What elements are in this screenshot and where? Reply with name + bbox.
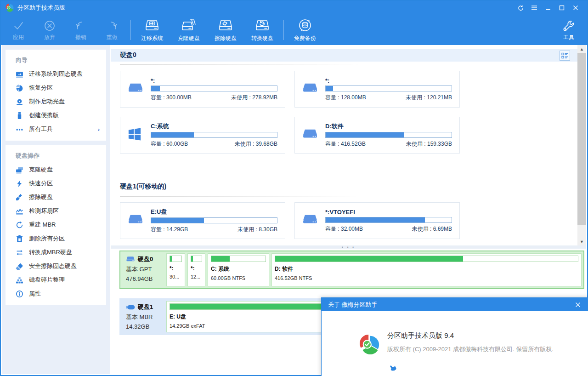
sidebar-item-create-portable[interactable]: 创建便携版: [6, 108, 106, 122]
usb-drive-icon: [16, 112, 23, 120]
disk0-meta: 基本 GPT: [126, 265, 166, 273]
disk0-cards: *: 容量 : 300.00MB 未使用 : 278.92MB *: 容量 : …: [111, 65, 577, 154]
free-backup-button[interactable]: 免费备份: [287, 16, 323, 44]
partition-name: *:VTOYEFI: [325, 209, 452, 216]
sidebar-item-all-tools[interactable]: 所有工具 ›: [6, 122, 106, 136]
partition-block-c[interactable]: C: 系统 60.00GB NTFS: [208, 253, 269, 286]
wipe-disk-button[interactable]: 擦除硬盘: [207, 16, 244, 44]
discard-button[interactable]: 放弃: [34, 16, 65, 44]
sidebar-item-disk-defrag[interactable]: 磁盘碎片整理: [6, 273, 106, 287]
convert-disk-button[interactable]: 转换硬盘: [244, 16, 281, 44]
usage-bar: [325, 132, 452, 138]
about-dialog-title: 关于 傲梅分区助手: [328, 301, 378, 309]
chevron-right-icon: ›: [98, 126, 100, 133]
bad-sector-test-icon: [16, 207, 23, 215]
info-icon: [16, 290, 23, 298]
unused-text: 未使用 : 8.30GB: [237, 226, 277, 234]
usb-stick-icon: [126, 304, 135, 310]
partition-card-panel: 硬盘0 *: 容量 : 300.00MB 未使用 : 278.92MB: [111, 45, 577, 245]
capacity-text: 容量 : 416.52GB: [325, 140, 366, 148]
maximize-button[interactable]: [555, 2, 569, 13]
convert-arrows-icon: [16, 249, 23, 256]
drive-icon: [128, 213, 144, 228]
more-dots-icon: [16, 125, 23, 133]
unused-text: 未使用 : 159.33GB: [406, 140, 452, 148]
capacity-text: 容量 : 32.00MB: [325, 225, 363, 233]
trash-icon: [16, 235, 23, 243]
sidebar-item-make-bootable-media[interactable]: 制作启动光盘: [6, 95, 106, 108]
sidebar-item-recover-partition[interactable]: 恢复分区: [6, 81, 106, 95]
toolbar-separator: [130, 20, 131, 40]
disk1-meta: 基本 MBR: [126, 313, 166, 321]
capacity-text: 容量 : 60.00GB: [151, 140, 188, 148]
minimize-button[interactable]: [541, 2, 555, 13]
disk0-row[interactable]: 硬盘0 基本 GPT 476.94GB *: 30... *: 12...: [119, 251, 584, 289]
sidebar-item-properties[interactable]: 属性: [6, 287, 106, 301]
broom-icon: [16, 194, 23, 201]
partition-card[interactable]: *: 容量 : 300.00MB 未使用 : 278.92MB: [120, 71, 285, 108]
sidebar-item-quick-partition[interactable]: 快速分区: [6, 177, 106, 190]
sidebar: 向导 迁移系统到固态硬盘 恢复分区 制作启动光盘 创建便携版 所有工具 ›: [2, 45, 110, 374]
drive-icon: [302, 128, 319, 142]
redo-button[interactable]: 重做: [96, 16, 128, 44]
drive-icon: [302, 82, 319, 97]
usage-bar: [151, 132, 277, 138]
partition-card[interactable]: D:软件 容量 : 416.52GB 未使用 : 159.33GB: [294, 117, 460, 154]
sidebar-item-wipe-disk[interactable]: 擦除硬盘: [6, 190, 106, 204]
migrate-os-button[interactable]: 迁移系统: [134, 16, 170, 44]
usage-bar: [151, 217, 277, 223]
drive-icon: [302, 213, 319, 228]
scrollbar-thumb[interactable]: [577, 53, 586, 225]
about-dialog: 关于 傲梅分区助手 分区助手技术员版 9.4 版权所有 (C) 2009-202…: [321, 297, 588, 376]
disk0-header: 硬盘0: [111, 49, 577, 62]
sidebar-item-delete-all-partitions[interactable]: 删除所有分区: [6, 232, 106, 245]
disk1-header: 硬盘1(可移动的): [111, 180, 577, 193]
titlebar: 分区助手技术员版: [1, 1, 587, 15]
menu-icon[interactable]: [527, 2, 541, 13]
migrate-disk-icon: [143, 18, 161, 34]
view-mode-button[interactable]: [560, 51, 570, 61]
convert-disk-icon: [254, 18, 271, 34]
close-button[interactable]: [569, 2, 582, 13]
sidebar-section-wizards: 向导 迁移系统到固态硬盘 恢复分区 制作启动光盘 创建便携版 所有工具 ›: [6, 50, 106, 141]
scroll-down-icon[interactable]: ▼: [577, 238, 586, 245]
clone-disk-button[interactable]: 克隆硬盘: [170, 16, 207, 44]
migrate-ssd-icon: [16, 70, 23, 78]
sidebar-item-secure-erase-ssd[interactable]: 安全擦除固态硬盘: [6, 259, 106, 273]
partition-block[interactable]: *: 30...: [166, 253, 185, 286]
partition-name: *:: [325, 77, 452, 84]
usage-bar: [151, 85, 277, 91]
redo-icon: [105, 19, 119, 33]
refresh-icon[interactable]: [514, 2, 527, 13]
sidebar-section-title: 向导: [6, 52, 106, 67]
pointing-hand-icon: [389, 364, 396, 372]
vertical-scrollbar[interactable]: ▲ ▼: [577, 45, 586, 245]
about-copyright: 版权所有 (C) 2009-2021 成都傲梅科技有限公司. 保留所有版权.: [387, 345, 554, 353]
apply-button[interactable]: 应用: [3, 16, 34, 44]
partition-block-d[interactable]: D: 软件 416.52GB NTFS: [271, 253, 582, 286]
scroll-up-icon[interactable]: ▲: [577, 45, 586, 53]
partition-card[interactable]: C:系统 容量 : 60.00GB 未使用 : 39.68GB: [120, 117, 285, 154]
tools-button[interactable]: 工具: [556, 16, 582, 44]
partition-card[interactable]: *:VTOYEFI 容量 : 32.00MB 未使用 : 6.69MB: [294, 202, 460, 239]
sidebar-item-check-bad-sectors[interactable]: 检测坏扇区: [6, 204, 106, 218]
disk0-size: 476.94GB: [126, 275, 166, 282]
wrench-icon: [562, 19, 576, 33]
partition-card[interactable]: E:U盘 容量 : 14.29GB 未使用 : 8.30GB: [120, 202, 285, 239]
partition-card[interactable]: *: 容量 : 128.00MB 未使用 : 120.21MB: [294, 71, 460, 108]
partition-name: E:U盘: [151, 208, 277, 216]
app-window: 分区助手技术员版 应用 放弃 撤销: [0, 0, 588, 376]
sidebar-item-clone-disk[interactable]: 克隆硬盘: [6, 163, 106, 177]
partition-block[interactable]: *: 12...: [187, 253, 205, 286]
undo-icon: [74, 19, 88, 33]
dialog-close-icon[interactable]: [572, 300, 584, 310]
sidebar-item-rebuild-mbr[interactable]: 重建 MBR: [6, 218, 106, 232]
unused-text: 未使用 : 278.92MB: [231, 94, 277, 102]
toolbar: 应用 放弃 撤销 重做 迁移系统 克隆硬盘 擦除硬盘 转换硬盘: [1, 15, 587, 45]
sidebar-item-migrate-os-to-ssd[interactable]: 迁移系统到固态硬盘: [6, 67, 106, 81]
capacity-text: 容量 : 128.00MB: [325, 94, 366, 102]
sidebar-item-convert-to-mbr[interactable]: 转换成MBR硬盘: [6, 245, 106, 259]
undo-button[interactable]: 撤销: [65, 16, 96, 44]
panel-splitter[interactable]: • • •: [111, 245, 586, 249]
sidebar-section-disk-operations: 硬盘操作 克隆硬盘 快速分区 擦除硬盘 检测坏扇区 重建 MBR: [6, 145, 106, 305]
